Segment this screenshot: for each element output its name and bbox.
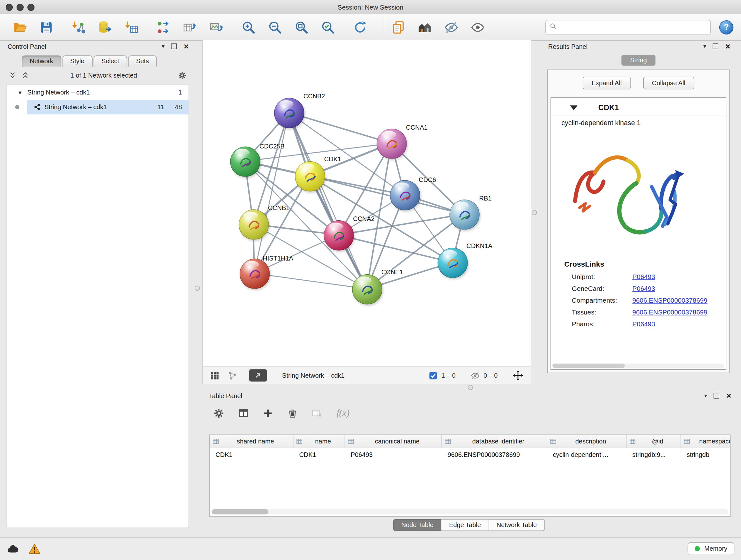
edge-line[interactable]: [254, 273, 367, 289]
column-header-database-identifier[interactable]: database identifier: [442, 435, 547, 448]
network-overview-button[interactable]: [228, 371, 237, 380]
panel-menu-icon[interactable]: ▾: [162, 43, 165, 50]
cloud-status-button[interactable]: [7, 543, 19, 555]
right-splitter-handle[interactable]: [532, 210, 537, 215]
open-in-new-window-button[interactable]: [249, 369, 267, 382]
tab-network[interactable]: Network: [22, 55, 61, 67]
panel-close-icon[interactable]: ✕: [725, 43, 731, 50]
download-network-button[interactable]: [70, 18, 87, 37]
collapse-all-button[interactable]: [9, 71, 17, 79]
tab-network-table[interactable]: Network Table: [488, 519, 545, 531]
houses-button[interactable]: [416, 18, 433, 37]
network-canvas[interactable]: CCNB2CCNA1CDC25BCDK1CDC6RB1CCNB1CCNA2CDK…: [203, 40, 531, 367]
column-header-namespace[interactable]: namespace: [681, 435, 731, 448]
open-folder-button[interactable]: [11, 18, 28, 37]
left-splitter-handle[interactable]: [195, 286, 200, 291]
search-input[interactable]: [560, 23, 706, 32]
collapse-all-button[interactable]: Collapse All: [643, 77, 694, 89]
eye-button[interactable]: [469, 18, 486, 37]
grid-view-button[interactable]: [210, 371, 219, 380]
network-row-selected[interactable]: String Network – cdk1 11 48: [27, 100, 188, 114]
delete-column-button[interactable]: [287, 408, 298, 418]
expand-all-button[interactable]: Expand All: [583, 77, 631, 89]
move-crosshair-icon[interactable]: [513, 370, 523, 381]
function-builder-button[interactable]: f(x): [336, 408, 349, 419]
close-window-button[interactable]: [6, 4, 13, 11]
panel-menu-icon[interactable]: ▾: [704, 392, 707, 399]
edge-line[interactable]: [254, 112, 289, 273]
download-table-button[interactable]: [123, 18, 140, 37]
tab-node-table[interactable]: Node Table: [393, 519, 441, 531]
warnings-button[interactable]: [28, 543, 41, 555]
disclosure-triangle-icon[interactable]: ▼: [17, 90, 23, 96]
panel-close-icon[interactable]: ✕: [726, 392, 731, 400]
share-arrows-button[interactable]: [155, 18, 172, 37]
image-arrow-button[interactable]: [208, 18, 225, 37]
create-column-button[interactable]: [263, 408, 273, 418]
documents-button[interactable]: [390, 18, 407, 37]
table-settings-button[interactable]: [213, 408, 224, 418]
panel-menu-icon[interactable]: ▾: [703, 43, 706, 50]
save-button[interactable]: [38, 18, 55, 37]
tab-style[interactable]: Style: [62, 55, 92, 67]
table-row[interactable]: CDK1CDK1P064939606.ENSP00000378699cyclin…: [210, 448, 730, 461]
column-header-description[interactable]: description: [547, 435, 627, 448]
zoom-window-button[interactable]: [27, 4, 35, 11]
node-CCNA1[interactable]: [377, 129, 407, 159]
column-header-shared-name[interactable]: shared name: [210, 435, 293, 448]
selected-checkbox-icon[interactable]: [428, 371, 437, 380]
crosslink-link[interactable]: 9606.ENSP00000378699: [632, 297, 707, 304]
memory-button[interactable]: Memory: [688, 543, 734, 555]
crosslink-link[interactable]: P06493: [632, 285, 655, 292]
network-collection-row[interactable]: ▼ String Network – cdk1 1: [7, 85, 189, 100]
node-CCNB1[interactable]: [239, 209, 269, 240]
edge-line[interactable]: [289, 112, 391, 143]
zoom-in-button[interactable]: [240, 18, 257, 37]
node-CCNE1[interactable]: [352, 274, 382, 305]
network-row[interactable]: String Network – cdk1 11 48: [7, 100, 189, 114]
node-CCNA2[interactable]: [324, 220, 354, 251]
help-button[interactable]: ?: [719, 20, 733, 34]
search-box[interactable]: [545, 19, 711, 35]
network-options-button[interactable]: [178, 71, 186, 79]
table-arrow-button[interactable]: [182, 18, 199, 37]
expand-all-button[interactable]: [21, 71, 29, 79]
section-scrollbar[interactable]: [552, 364, 724, 368]
node-CDC6[interactable]: [390, 180, 420, 210]
panel-float-icon[interactable]: [714, 393, 720, 399]
tab-edge-table[interactable]: Edge Table: [441, 519, 489, 531]
column-header-canonical-name[interactable]: canonical name: [345, 435, 442, 448]
edge-line[interactable]: [338, 235, 452, 262]
node-CDC25B[interactable]: [230, 146, 260, 177]
eye-slash-button[interactable]: [443, 18, 460, 37]
panel-float-icon[interactable]: [713, 44, 719, 49]
crosslink-link[interactable]: P06493: [632, 320, 655, 328]
zoom-selected-button[interactable]: [320, 18, 336, 37]
scrollbar-thumb[interactable]: [212, 509, 268, 514]
bottom-splitter-handle[interactable]: [468, 385, 473, 390]
hidden-eye-slash-icon[interactable]: [471, 371, 480, 380]
crosslink-link[interactable]: 9606.ENSP00000378699: [632, 308, 707, 316]
column-header--id[interactable]: @id: [627, 435, 681, 448]
collapse-section-icon[interactable]: [570, 105, 578, 110]
panel-close-icon[interactable]: ✕: [184, 43, 189, 50]
panel-float-icon[interactable]: [171, 44, 177, 49]
edge-line[interactable]: [289, 112, 367, 289]
tab-string[interactable]: String: [622, 55, 656, 66]
node-CDK1[interactable]: [295, 161, 325, 192]
node-CDKN1A[interactable]: [437, 248, 468, 278]
minimize-window-button[interactable]: [17, 4, 23, 11]
table-hscrollbar[interactable]: [212, 509, 728, 514]
tab-sets[interactable]: Sets: [128, 55, 157, 67]
zoom-fit-button[interactable]: [293, 18, 310, 37]
zoom-out-button[interactable]: [266, 18, 283, 37]
node-CCNB2[interactable]: [274, 98, 305, 128]
crosslink-link[interactable]: P06493: [632, 273, 655, 280]
tab-select[interactable]: Select: [93, 55, 127, 67]
refresh-button[interactable]: [352, 18, 368, 37]
show-columns-button[interactable]: [238, 408, 249, 418]
node-RB1[interactable]: [449, 199, 480, 230]
node-HIST1H1A[interactable]: [240, 259, 270, 289]
database-download-button[interactable]: [96, 18, 113, 37]
column-header-name[interactable]: name: [293, 435, 345, 448]
